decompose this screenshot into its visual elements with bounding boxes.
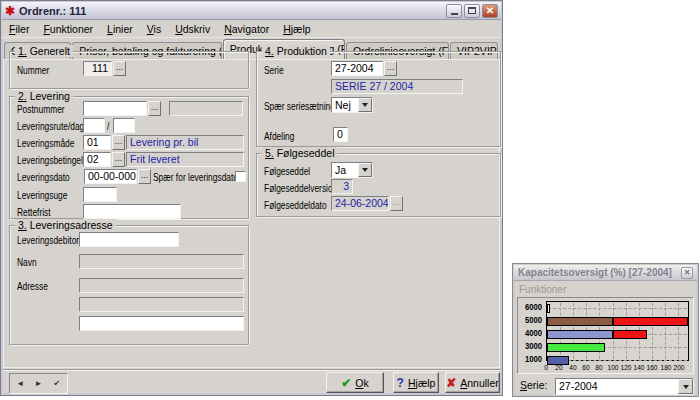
desktop: ✱ Ordrenr.: 111 ✕ Filer Funktioner Linie… [0, 0, 700, 400]
app-icon: ✱ [5, 5, 15, 17]
leveringsdato-lookup-button[interactable]: ... [138, 169, 151, 184]
postnummer-field[interactable] [83, 101, 147, 116]
leveringsmaade-label: Leveringsmåde [17, 136, 74, 151]
gridline [652, 303, 653, 359]
foelgeseddel-label: Følgeseddel [264, 164, 310, 179]
minimize-icon [451, 13, 458, 15]
spaer-seriesaetning-label: Spær seriesætning [264, 99, 335, 114]
menu-udskriv[interactable]: Udskriv [168, 22, 217, 36]
ok-check-icon: ✔ [341, 376, 351, 390]
maximize-button[interactable] [464, 4, 480, 18]
chart-title-bar[interactable]: Kapacitetsoversigt (%) [27-2004] ✕ [514, 265, 697, 281]
dropdown-arrow-icon [362, 168, 368, 172]
menu-navigator[interactable]: Navigator [217, 22, 276, 36]
serie-field[interactable]: 27-2004 [331, 61, 383, 76]
afdeling-field[interactable]: 0 [333, 127, 348, 142]
dropdown-arrow-icon [362, 103, 368, 107]
order-window: ✱ Ordrenr.: 111 ✕ Filer Funktioner Linie… [0, 0, 503, 396]
serie-desc-field: SERIE 27 / 2004 [331, 79, 463, 94]
menu-funktioner[interactable]: Funktioner [36, 22, 100, 36]
help-button[interactable]: ? Hjælp [393, 372, 439, 393]
close-button[interactable]: ✕ [482, 4, 498, 18]
leveringsdebitor-field[interactable] [79, 232, 179, 247]
prev-record-button[interactable]: ◄ [12, 376, 28, 392]
spaer-seriesaetning-dropdown-button[interactable] [358, 98, 372, 112]
chart-plot-area [546, 301, 689, 361]
postnummer-lookup-button[interactable]: ... [148, 101, 161, 116]
adresse-label: Adresse [17, 279, 48, 294]
foelgeseddelversion-label: Følgeseddelversion [264, 181, 337, 196]
leveringsrute-field[interactable] [83, 118, 105, 133]
menu-hjaelp[interactable]: Hjælp [276, 22, 317, 36]
spaer-seriesaetning-combo[interactable]: Nej [331, 97, 373, 113]
foelgeseddel-value: Ja [335, 164, 346, 176]
navn-field [79, 254, 244, 269]
y-axis-label: 6000 [525, 301, 542, 314]
x-tick-label: 180 [660, 362, 671, 373]
cancel-button[interactable]: ✘ Annuller [445, 372, 500, 393]
chart-close-button[interactable]: ✕ [681, 267, 693, 279]
x-tick-label: 200 [674, 362, 685, 373]
afdeling-label: Afdeling [264, 129, 294, 144]
spaer-seriesaetning-value: Nej [335, 99, 351, 111]
ok-button[interactable]: ✔ Ok [326, 372, 384, 393]
x-tick-label: 120 [620, 362, 631, 373]
group-generelt-title: 1. Generelt [15, 45, 73, 57]
y-axis-label: 5000 [525, 314, 542, 327]
gridline [548, 308, 687, 309]
y-axis-label: 4000 [525, 327, 542, 340]
x-tick-label: 40 [569, 362, 576, 373]
dropdown-arrow-icon [683, 385, 689, 389]
menu-filer[interactable]: Filer [2, 22, 36, 36]
leveringsmaade-field[interactable]: 01 [83, 135, 111, 150]
menu-vis[interactable]: Vis [140, 22, 168, 36]
foelgeseddeldato-lookup-button: ... [390, 196, 403, 211]
maximize-icon [468, 7, 476, 14]
leveringsdato-field[interactable]: 00-00-0000 [84, 169, 137, 184]
chart-serie-dropdown-button[interactable] [678, 379, 693, 394]
chart-bar-segment [547, 304, 550, 313]
foelgeseddeldato-label: Følgeseddeldato [264, 198, 327, 213]
leveringsmaade-lookup-button[interactable]: ... [112, 135, 125, 150]
chart-bar-segment [613, 330, 647, 339]
rettefrist-label: Rettefrist [17, 205, 51, 220]
navn-label: Navn [17, 255, 37, 270]
leveringsdag-field[interactable] [113, 118, 135, 133]
x-tick-label: 140 [634, 362, 645, 373]
y-axis-label: 3000 [525, 340, 542, 353]
leveringsbetingelse-field[interactable]: 02 [83, 152, 111, 167]
chart-bar-segment [613, 317, 688, 326]
adresse-field-3[interactable] [79, 316, 244, 331]
nummer-field[interactable]: 111 [83, 61, 112, 76]
chart-window-title: Kapacitetsoversigt (%) [27-2004] [518, 267, 681, 278]
minimize-button[interactable] [446, 4, 462, 18]
x-tick-label: 0 [544, 362, 548, 373]
foelgeseddel-dropdown-button[interactable] [358, 163, 372, 177]
accept-record-button[interactable]: ✔ [49, 376, 65, 392]
nummer-label: Nummer [17, 63, 49, 78]
menu-linier[interactable]: Linier [100, 22, 140, 36]
nummer-lookup-button[interactable]: ... [113, 61, 126, 76]
next-record-button[interactable]: ► [30, 376, 46, 392]
leveringsbetingelse-lookup-button[interactable]: ... [112, 152, 125, 167]
chart-bar-segment [547, 343, 605, 352]
chart-bar-segment [547, 317, 613, 326]
leveringsdato-label: Leveringsdato [17, 170, 70, 185]
spaer-leveringsdato-checkbox[interactable] [235, 171, 246, 182]
serie-lookup-button[interactable]: ... [384, 61, 397, 76]
x-tick-label: 80 [596, 362, 603, 373]
title-bar[interactable]: ✱ Ordrenr.: 111 ✕ [2, 2, 501, 20]
chart-serie-row: Serie: 27-2004 [517, 378, 694, 395]
leveringsuge-field[interactable] [83, 187, 117, 202]
cancel-x-icon: ✘ [446, 376, 456, 390]
chart-serie-combo[interactable]: 27-2004 [555, 378, 694, 395]
rettefrist-field[interactable] [83, 204, 181, 219]
gridline [678, 303, 679, 359]
foelgeseddel-combo[interactable]: Ja [331, 162, 373, 178]
gridline [548, 360, 687, 361]
chart-menu-funktioner[interactable]: Funktioner [514, 284, 571, 295]
y-axis-label: 1000 [525, 353, 542, 366]
cancel-button-label: Annuller [460, 377, 499, 389]
leveringsdebitor-label: Leveringsdebitor [17, 233, 79, 248]
chart-serie-label: Serie: [520, 379, 547, 391]
